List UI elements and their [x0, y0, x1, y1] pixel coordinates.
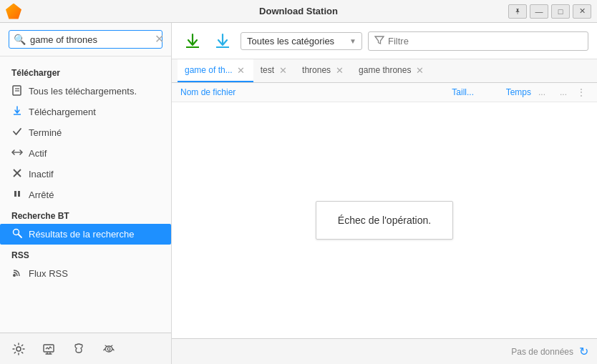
- search-icon: 🔍: [14, 34, 26, 45]
- tab-close-got[interactable]: ✕: [236, 65, 246, 75]
- sidebar-item-search-results[interactable]: Résultats de la recherche: [0, 224, 171, 245]
- column-header-time[interactable]: Temps: [474, 87, 531, 97]
- titlebar: Download Station 🖈 — □ ✕: [0, 0, 597, 23]
- sidebar-item-label: Tous les téléchargements.: [29, 86, 137, 97]
- app-logo: [6, 4, 21, 19]
- sidebar-nav: Télécharger Tous les téléchargements. Té…: [0, 56, 171, 333]
- sidebar-item-rss[interactable]: Flux RSS: [0, 263, 171, 284]
- sidebar-item-label: Actif: [29, 148, 47, 159]
- svg-line-10: [19, 235, 22, 238]
- tab-game-thrones[interactable]: game thrones ✕: [351, 59, 432, 82]
- column-header-size[interactable]: Taill...: [417, 87, 474, 97]
- sidebar-search-area: 🔍 ✕: [0, 23, 171, 56]
- monitor-button[interactable]: [36, 338, 62, 360]
- svg-rect-7: [14, 191, 16, 197]
- section-label-recherche-bt: Recherche BT: [0, 205, 171, 224]
- rss-icon: [11, 267, 23, 280]
- sidebar-item-label: Résultats de la recherche: [29, 229, 134, 240]
- settings-button[interactable]: [6, 338, 31, 360]
- filter-input[interactable]: [388, 36, 582, 46]
- svg-point-11: [13, 274, 16, 277]
- no-data-label: Pas de données: [511, 347, 573, 357]
- minimize-button[interactable]: —: [530, 4, 548, 19]
- content-area: Toutes les catégories Vidéo Audio Images…: [172, 23, 597, 364]
- sidebar-item-active[interactable]: Actif: [0, 143, 171, 164]
- download-icon: [11, 105, 23, 119]
- sidebar-item-all-downloads[interactable]: Tous les téléchargements.: [0, 81, 171, 102]
- content-footer: Pas de données ↻: [172, 338, 597, 364]
- window-controls: 🖈 — □ ✕: [508, 4, 591, 19]
- column-header-dots2: ...: [553, 87, 574, 97]
- sidebar-item-inactive[interactable]: Inactif: [0, 164, 171, 185]
- sidebar-item-finished[interactable]: Terminé: [0, 122, 171, 143]
- tab-game-of-thrones[interactable]: game of th... ✕: [178, 59, 253, 82]
- main-layout: 🔍 ✕ Télécharger Tous les téléchargements…: [0, 23, 597, 364]
- search-results-icon: [11, 227, 23, 241]
- tab-close-game-thrones[interactable]: ✕: [414, 65, 424, 75]
- tab-close-thrones[interactable]: ✕: [334, 65, 344, 75]
- toolbar: Toutes les catégories Vidéo Audio Images…: [172, 23, 597, 59]
- sidebar-item-label: Terminé: [29, 127, 62, 138]
- finished-icon: [11, 126, 23, 139]
- download-url-button[interactable]: [210, 29, 235, 53]
- pin-button[interactable]: 🖈: [508, 4, 527, 19]
- content-body: Échec de l'opération.: [172, 102, 597, 338]
- filter-icon: [374, 35, 384, 47]
- search-input[interactable]: [30, 34, 150, 45]
- table-header: Nom de fichier Taill... Temps ... ... ⋮: [172, 83, 597, 102]
- error-message-box: Échec de l'opération.: [316, 201, 453, 240]
- sidebar-item-label: Arrêté: [29, 190, 54, 200]
- section-label-rss: RSS: [0, 245, 171, 263]
- sidebar-item-label: Inactif: [29, 169, 54, 179]
- close-button[interactable]: ✕: [573, 4, 591, 19]
- turtle-button[interactable]: [96, 338, 122, 360]
- sidebar-item-label: Flux RSS: [29, 268, 68, 279]
- column-header-name[interactable]: Nom de fichier: [180, 87, 417, 97]
- refresh-button[interactable]: ↻: [579, 345, 588, 358]
- category-select-wrapper: Toutes les catégories Vidéo Audio Images…: [241, 32, 362, 50]
- inactive-icon: [11, 167, 23, 181]
- sidebar-item-label: Téléchargement: [29, 107, 96, 117]
- tab-test[interactable]: test ✕: [253, 59, 295, 82]
- svg-point-12: [16, 347, 21, 351]
- search-box: 🔍 ✕: [9, 30, 162, 49]
- svg-point-15: [107, 348, 110, 350]
- category-select[interactable]: Toutes les catégories Vidéo Audio Images…: [241, 32, 362, 50]
- filter-box: [368, 31, 588, 51]
- tab-label: thrones: [302, 65, 331, 75]
- maximize-button[interactable]: □: [551, 4, 570, 19]
- sidebar-item-download[interactable]: Téléchargement: [0, 102, 171, 122]
- section-label-telecharger: Télécharger: [0, 62, 171, 81]
- svg-rect-8: [18, 191, 20, 197]
- sidebar-footer: [0, 333, 171, 364]
- sidebar: 🔍 ✕ Télécharger Tous les téléchargements…: [0, 23, 172, 364]
- tab-label: test: [261, 65, 274, 75]
- all-downloads-icon: [11, 84, 23, 98]
- stopped-icon: [11, 188, 23, 202]
- tab-thrones[interactable]: thrones ✕: [295, 59, 351, 82]
- tabs-bar: game of th... ✕ test ✕ thrones ✕ game th…: [172, 59, 597, 83]
- bunny-button[interactable]: [66, 338, 92, 360]
- search-clear-button[interactable]: ✕: [155, 34, 164, 45]
- tab-close-test[interactable]: ✕: [278, 65, 288, 75]
- tab-label: game of th...: [185, 65, 233, 75]
- error-message-text: Échec de l'opération.: [338, 215, 431, 226]
- titlebar-title: Download Station: [259, 6, 338, 16]
- column-header-dots1: ...: [531, 87, 553, 97]
- download-button[interactable]: [180, 29, 205, 53]
- tab-label: game thrones: [359, 65, 411, 75]
- column-header-more[interactable]: ⋮: [574, 87, 588, 97]
- sidebar-item-stopped[interactable]: Arrêté: [0, 185, 171, 205]
- active-icon: [11, 147, 23, 160]
